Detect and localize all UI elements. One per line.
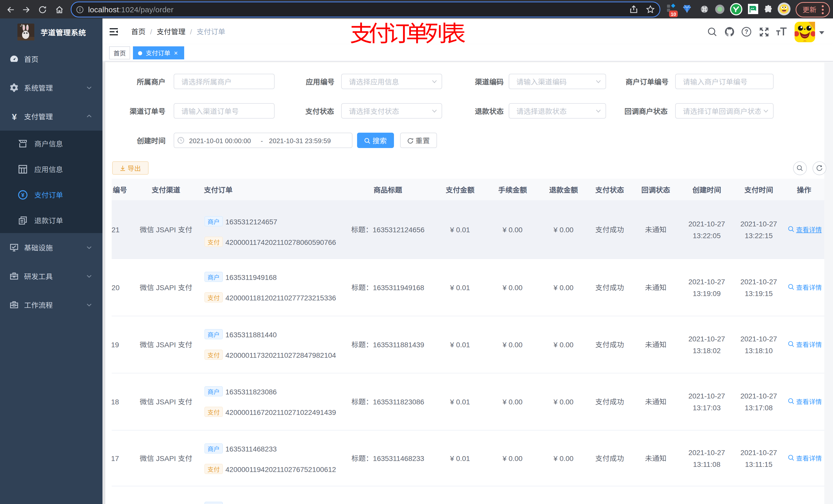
svg-text:¥: ¥ — [21, 190, 25, 198]
svg-text:?: ? — [745, 27, 748, 35]
